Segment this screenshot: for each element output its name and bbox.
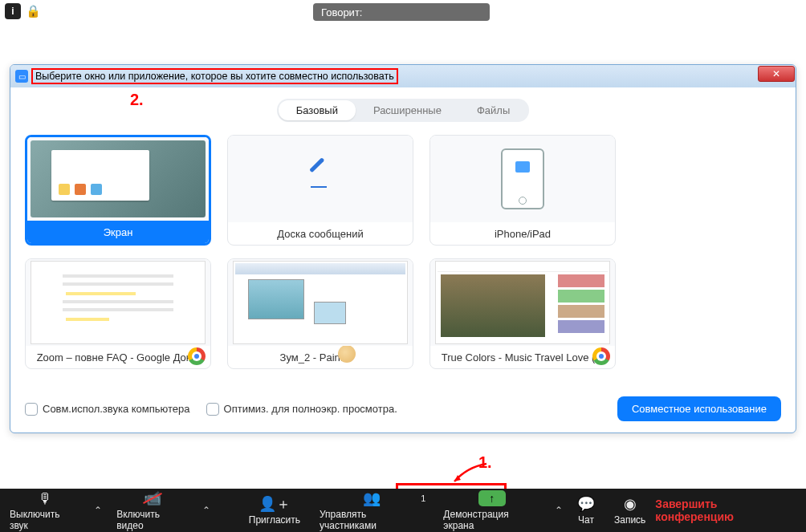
card-label: Zoom – повне FAQ - Google Док... — [37, 351, 200, 363]
toolbar-label: Запись — [614, 514, 645, 526]
speaking-indicator: Говорит: — [313, 3, 490, 21]
paint-palette-icon — [338, 346, 356, 363]
record-icon: ◉ — [624, 495, 637, 513]
video-button[interactable]: 📹 Включить видео — [107, 489, 197, 532]
mute-button[interactable]: 🎙 Выключить звук — [0, 489, 89, 532]
checkbox-label: Совм.испол.звука компьютера — [43, 403, 190, 415]
pencil-icon — [309, 168, 332, 190]
invite-icon: 👤＋ — [258, 495, 291, 513]
ipad-icon — [501, 148, 544, 209]
share-options-grid: Экран Доска сообщений iPhone/iPad Zoom –… — [10, 122, 796, 374]
dialog-title: Выберите окно или приложение, которое вы… — [33, 70, 397, 83]
card-label: True Colors - Music Travel Love (... — [442, 351, 604, 363]
meeting-info-button[interactable]: i — [5, 3, 21, 19]
share-card-screen[interactable]: Экран — [25, 135, 211, 246]
chrome-icon — [592, 347, 610, 365]
checkbox-box-icon — [206, 403, 219, 416]
share-card-window-paint[interactable]: Зум_2 - Paint — [227, 258, 413, 369]
toolbar-label: Чат — [578, 514, 594, 526]
record-button[interactable]: ◉ Запись — [604, 489, 655, 532]
checkbox-label: Оптимиз. для полноэкр. просмотра. — [224, 403, 397, 415]
audio-options-chevron-icon[interactable]: ⌃ — [89, 505, 107, 516]
card-label: Экран — [27, 221, 209, 243]
checkbox-box-icon — [25, 403, 38, 416]
dialog-close-button[interactable]: ✕ — [758, 66, 795, 82]
share-screen-dialog: ▭ Выберите окно или приложение, которое … — [10, 64, 796, 433]
participants-button[interactable]: 👥 1 Управлять участниками — [310, 489, 434, 532]
checkbox-optimize-fullscreen[interactable]: Оптимиз. для полноэкр. просмотра. — [206, 403, 397, 416]
toolbar-label: Пригласить — [249, 514, 300, 526]
video-options-chevron-icon[interactable]: ⌃ — [197, 505, 215, 516]
share-screen-icon: ↑ — [478, 490, 506, 506]
encryption-lock-icon: 🔒 — [26, 4, 41, 18]
tab-files[interactable]: Файлы — [459, 100, 527, 120]
share-confirm-button[interactable]: Совместное использование — [617, 396, 781, 421]
toolbar-label: Управлять участниками — [320, 509, 424, 531]
toolbar-label: Включить видео — [116, 509, 188, 531]
participants-count: 1 — [421, 493, 425, 503]
share-screen-button[interactable]: ↑ Демонстрация экрана — [434, 489, 550, 532]
chat-button[interactable]: 💬 Чат — [568, 489, 604, 532]
microphone-icon: 🎙 — [38, 489, 52, 507]
share-card-whiteboard[interactable]: Доска сообщений — [227, 135, 413, 246]
dialog-titlebar: ▭ Выберите окно или приложение, которое … — [10, 65, 796, 87]
card-label: Зум_2 - Paint — [280, 351, 344, 363]
dialog-footer: Совм.испол.звука компьютера Оптимиз. для… — [25, 396, 781, 421]
toolbar-label: Выключить звук — [10, 509, 79, 531]
end-meeting-button[interactable]: Завершить конференцию — [655, 497, 796, 523]
tab-basic[interactable]: Базовый — [279, 100, 356, 120]
share-card-iphone-ipad[interactable]: iPhone/iPad — [429, 135, 616, 246]
share-tabs: Базовый Расширенные Файлы — [10, 99, 796, 122]
meeting-toolbar: 🎙 Выключить звук ⌃ 📹 Включить видео ⌃ 👤＋… — [0, 489, 806, 532]
participants-icon: 👥 — [363, 489, 381, 507]
zoom-top-bar: i 🔒 Говорит: — [0, 0, 806, 22]
invite-button[interactable]: 👤＋ Пригласить — [239, 489, 310, 532]
speaking-label: Говорит: — [321, 6, 362, 18]
video-off-icon: 📹 — [144, 489, 161, 507]
tab-advanced[interactable]: Расширенные — [356, 100, 459, 120]
card-label: iPhone/iPad — [430, 222, 615, 245]
annotation-2: 2. — [130, 91, 144, 109]
checkbox-share-audio[interactable]: Совм.испол.звука компьютера — [25, 403, 190, 416]
share-options-chevron-icon[interactable]: ⌃ — [550, 505, 568, 516]
share-card-window-chrome-youtube[interactable]: True Colors - Music Travel Love (... — [429, 258, 616, 369]
chrome-icon — [188, 347, 206, 365]
zoom-app-icon: ▭ — [15, 70, 28, 83]
share-card-window-chrome-docs[interactable]: Zoom – повне FAQ - Google Док... — [25, 258, 211, 369]
annotation-arrow-icon — [451, 462, 488, 485]
card-label: Доска сообщений — [228, 222, 413, 245]
chat-icon: 💬 — [577, 495, 595, 513]
toolbar-label: Демонстрация экрана — [443, 509, 540, 531]
